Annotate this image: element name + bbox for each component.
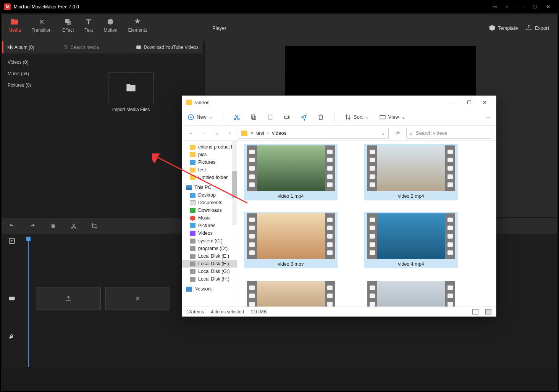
svg-rect-13 — [251, 115, 255, 118]
menu-icon[interactable]: ≡ — [500, 1, 514, 13]
tree-pictures[interactable]: Pictures — [182, 158, 237, 166]
refresh-button[interactable]: ⟳ — [392, 128, 403, 139]
tab-text[interactable]: Text — [84, 18, 93, 38]
tree-ldh[interactable]: Local Disk (H:) — [182, 275, 237, 283]
download-youtube-button[interactable]: Download YouTube Videos — [136, 45, 203, 50]
up-button[interactable]: ↑ — [225, 128, 235, 138]
recent-dropdown[interactable]: ⌄ — [212, 128, 222, 138]
back-button[interactable]: ← — [186, 128, 196, 138]
file-video3[interactable]: video 3.mov — [244, 212, 338, 268]
export-button[interactable]: Export — [525, 24, 549, 31]
add-track-button[interactable] — [8, 237, 15, 244]
tree-test[interactable]: test — [182, 166, 237, 174]
forward-button[interactable]: → — [199, 128, 209, 138]
search-media-input[interactable]: Search media — [60, 45, 136, 50]
video-track[interactable] — [8, 287, 170, 310]
tree-desktop[interactable]: Desktop — [182, 191, 237, 199]
tree-thispc[interactable]: This PC — [182, 184, 237, 191]
tree-extend[interactable]: extend product li — [182, 143, 237, 151]
tree-ldf[interactable]: Local Disk (F:) — [182, 260, 237, 268]
maximize-button[interactable]: ☐ — [528, 1, 541, 13]
cat-videos[interactable]: Videos (0) — [2, 56, 59, 68]
tree-videos[interactable]: Videos — [182, 229, 237, 237]
explorer-titlebar: videos — ☐ ✕ — [182, 96, 496, 109]
tree-network[interactable]: Network — [182, 285, 237, 293]
template-label: Template — [498, 25, 518, 31]
crumb-root[interactable]: « — [250, 130, 253, 136]
tab-transition[interactable]: Transition — [32, 18, 52, 38]
tree-untitled[interactable]: Untitled folder — [182, 174, 237, 181]
svg-rect-4 — [136, 45, 141, 49]
copy-icon[interactable] — [250, 114, 257, 121]
minimize-button[interactable]: — — [514, 1, 528, 13]
tree-ldg[interactable]: Local Disk (G:) — [182, 268, 237, 275]
dropdown-icon[interactable]: ⌄ — [381, 130, 385, 136]
file-video5[interactable] — [244, 280, 338, 307]
file-video1[interactable]: video 1.mp4 — [244, 144, 338, 200]
tree-system[interactable]: system (C:) — [182, 237, 237, 245]
search-placeholder: Search videos — [416, 130, 447, 136]
explorer-tree[interactable]: extend product li pics Pictures test Unt… — [182, 141, 237, 307]
tab-text-label: Text — [84, 27, 93, 33]
my-album[interactable]: My Album (0) — [3, 45, 60, 50]
more-button[interactable]: ⋯ — [486, 114, 491, 120]
clip-placeholder-1[interactable] — [36, 287, 101, 310]
crumb-videos[interactable]: videos — [272, 130, 287, 136]
redo-icon[interactable] — [29, 223, 36, 229]
sort-button[interactable]: Sort ⌄ — [344, 114, 369, 121]
close-button[interactable]: ✕ — [541, 1, 555, 13]
explorer-minimize[interactable]: — — [446, 96, 462, 109]
explorer-search[interactable]: ⌕ Search videos — [406, 128, 492, 139]
file-video4[interactable]: video 4.mp4 — [364, 212, 458, 268]
tree-lde[interactable]: Local Disk (E:) — [182, 252, 237, 260]
view-button[interactable]: View ⌄ — [379, 114, 406, 121]
tab-motion[interactable]: Motion — [103, 18, 117, 38]
undo-icon[interactable] — [8, 223, 15, 229]
tree-pictures2[interactable]: Pictures — [182, 222, 237, 229]
tree-music[interactable]: Music — [182, 214, 237, 222]
audio-track[interactable] — [8, 333, 15, 340]
file-grid[interactable]: video 1.mp4 video 2.mp4 video 3.mov vide… — [237, 141, 496, 307]
search-placeholder: Search media — [71, 45, 99, 50]
thumbs-view-icon[interactable] — [485, 309, 491, 315]
tree-documents[interactable]: Documents — [182, 199, 237, 206]
clip-placeholder-2[interactable] — [105, 287, 170, 310]
folder-icon — [241, 131, 247, 136]
cut-icon[interactable] — [70, 223, 77, 229]
explorer-close[interactable]: ✕ — [477, 96, 492, 109]
tree-scrollbar[interactable] — [232, 141, 237, 225]
view-label: View — [388, 114, 399, 120]
explorer-maximize[interactable]: ☐ — [462, 96, 477, 109]
svg-rect-15 — [284, 116, 289, 118]
trash-icon[interactable] — [317, 114, 324, 121]
key-icon[interactable]: 🗝 — [493, 4, 497, 10]
template-button[interactable]: Template — [489, 24, 518, 31]
import-media-dropzone[interactable] — [108, 73, 154, 103]
cat-pictures[interactable]: Pictures (0) — [2, 79, 59, 91]
svg-rect-14 — [269, 115, 272, 119]
chevron-down-icon: ⌄ — [365, 114, 369, 120]
tab-elements-label: Elements — [128, 27, 147, 33]
new-button[interactable]: New ⌄ — [187, 114, 213, 121]
tab-media[interactable]: Media — [8, 18, 21, 38]
file-video2[interactable]: video 2.mp4 — [364, 144, 458, 200]
cut-icon[interactable] — [233, 114, 240, 121]
crumb-test[interactable]: test — [256, 130, 264, 136]
details-view-icon[interactable] — [472, 309, 478, 315]
paste-icon[interactable] — [267, 114, 274, 121]
tree-downloads[interactable]: Downloads — [182, 206, 237, 214]
file-video6[interactable] — [364, 280, 458, 307]
address-bar[interactable]: « test › videos ⌄ — [238, 128, 389, 139]
cat-music[interactable]: Music (64) — [2, 68, 59, 79]
svg-point-5 — [71, 227, 73, 229]
svg-rect-1 — [67, 21, 71, 25]
crop-icon[interactable] — [91, 223, 98, 229]
tab-effect-label: Effect — [62, 27, 74, 33]
tab-effect[interactable]: Effect — [62, 18, 74, 38]
tree-pics[interactable]: pics — [182, 151, 237, 158]
tree-programs[interactable]: programs (D:) — [182, 245, 237, 252]
share-icon[interactable] — [301, 114, 307, 121]
delete-icon[interactable] — [50, 223, 57, 229]
rename-icon[interactable] — [284, 114, 291, 121]
tab-elements[interactable]: Elements — [128, 18, 147, 38]
